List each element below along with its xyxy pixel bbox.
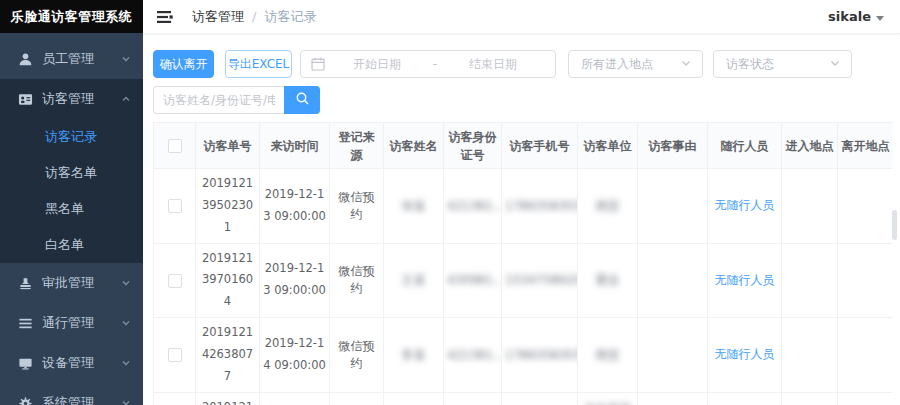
status-filter-select[interactable]: 访客状态 [713, 50, 852, 78]
chevron-down-icon [121, 318, 131, 328]
table-row: 201912139701604 2019-12-13 09:00:00 微信预约… [154, 243, 894, 318]
sidebar-item-approval[interactable]: 审批管理 [0, 263, 143, 303]
export-excel-button[interactable]: 导出EXCEL [225, 50, 292, 78]
row-checkbox[interactable] [168, 199, 182, 213]
user-menu[interactable]: sikale [828, 9, 884, 24]
leave-location [838, 169, 894, 244]
sidebar-item-device[interactable]: 设备管理 [0, 343, 143, 383]
sidebar-item-label: 审批管理 [42, 274, 121, 292]
breadcrumb-separator: / [252, 9, 256, 24]
breadcrumb-current: 访客记录 [264, 8, 316, 26]
sidebar-item-employee[interactable]: 员工管理 [0, 39, 143, 79]
visitor-company-blurred: 商贸 [596, 196, 620, 216]
sidebar-item-label: 通行管理 [42, 314, 121, 332]
enter-location [782, 243, 838, 318]
visitor-phone-blurred: 17863583038 [505, 196, 578, 216]
visitor-table: 访客单号 来访时间 登记来源 访客姓名 访客身份证号 访客手机号 访客单位 访客… [153, 122, 893, 405]
visitor-order-no: 201912142638077 [199, 322, 256, 388]
calendar-icon [311, 57, 325, 71]
chevron-up-icon [121, 94, 131, 104]
column-header: 来访时间 [260, 123, 330, 169]
visitor-idcard-blurred: 421381… [447, 345, 502, 365]
sidebar-item-visitor[interactable]: 访客管理 [0, 79, 143, 119]
visit-time: 2019-12-14 09:00:00 [263, 333, 326, 377]
visitor-order-no: 201912139701604 [199, 248, 256, 314]
visitor-company-blurred: 商贸 [596, 345, 620, 365]
chevron-down-icon [121, 54, 131, 64]
select-all-checkbox[interactable] [168, 139, 182, 153]
row-checkbox[interactable] [168, 348, 182, 362]
table-row: 201912139502301 2019-12-13 09:00:00 微信预约… [154, 169, 894, 244]
chevron-down-icon [121, 358, 131, 368]
row-checkbox[interactable] [168, 274, 182, 288]
menu-fold-icon[interactable] [156, 9, 174, 25]
column-header: 访客身份证号 [444, 123, 502, 169]
column-header: 访客姓名 [384, 123, 444, 169]
breadcrumb: 访客管理 / 访客记录 [192, 8, 316, 26]
chevron-down-icon [680, 57, 692, 72]
companions-link[interactable]: 无随行人员 [715, 198, 775, 212]
enter-location [782, 392, 838, 405]
column-header: 访客单号 [196, 123, 260, 169]
sidebar-item-label: 员工管理 [42, 50, 121, 68]
visitor-name-blurred: 王某 [402, 270, 426, 290]
confirm-leave-button[interactable]: 确认离开 [153, 50, 214, 78]
breadcrumb-parent[interactable]: 访客管理 [192, 8, 244, 26]
sidebar-item-blacklist[interactable]: 黑名单 [0, 191, 143, 227]
sidebar-group-visitor: 访客管理 访客记录 访客名单 黑名单 白名单 [0, 79, 143, 263]
visitor-order-no: 201912149434137 [199, 397, 256, 405]
visitor-name-blurred: 张某 [402, 196, 426, 216]
sidebar-item-whitelist[interactable]: 白名单 [0, 227, 143, 263]
sidebar-item-visitor-records[interactable]: 访客记录 [0, 119, 143, 155]
visitor-phone-blurred: 17863583038 [505, 345, 578, 365]
column-header: 随行人员 [708, 123, 782, 169]
visitor-company-blurred: 北京某某网络科技有限公司 [581, 399, 634, 405]
visit-reason [638, 243, 708, 318]
column-header: 访客单位 [578, 123, 638, 169]
end-date-placeholder[interactable]: 结束日期 [441, 56, 545, 73]
table-row: 201912142638077 2019-12-14 09:00:00 微信预约… [154, 318, 894, 393]
visitor-company-blurred: 置业 [596, 270, 620, 290]
search-button[interactable] [284, 86, 320, 114]
leave-location [838, 392, 894, 405]
gear-icon [18, 396, 33, 405]
column-header: 访客手机号 [502, 123, 578, 169]
register-source: 微信预约 [330, 243, 384, 318]
search-icon [295, 91, 310, 109]
enter-location [782, 318, 838, 393]
chevron-down-icon [121, 278, 131, 288]
chevron-down-icon [121, 398, 131, 405]
scrollbar-thumb[interactable] [892, 210, 897, 240]
start-date-placeholder[interactable]: 开始日期 [325, 56, 429, 73]
column-header: 离开地点 [838, 123, 894, 169]
visit-reason [638, 392, 708, 405]
monitor-icon [18, 356, 33, 371]
sidebar-item-access[interactable]: 通行管理 [0, 303, 143, 343]
companions-link[interactable]: 无随行人员 [715, 347, 775, 361]
user-icon [18, 52, 33, 67]
visit-reason [638, 169, 708, 244]
enter-location [782, 169, 838, 244]
sidebar: 乐脸通访客管理系统 员工管理 访客管理 访客记录 访客名单 黑名单 白名单 审批… [0, 0, 143, 405]
sidebar-item-system[interactable]: 系统管理 [0, 383, 143, 405]
visit-time: 2019-12-13 09:00:00 [263, 258, 326, 302]
caret-down-icon [876, 16, 884, 21]
chevron-down-icon [829, 57, 841, 72]
sidebar-item-label: 访客管理 [42, 90, 121, 108]
register-source: 微信预约 [330, 392, 384, 405]
date-range-picker[interactable]: 开始日期 - 结束日期 [300, 50, 556, 78]
status-filter-placeholder: 访客状态 [726, 56, 829, 73]
column-header: 访客事由 [638, 123, 708, 169]
location-filter-select[interactable]: 所有进入地点 [568, 50, 703, 78]
user-name: sikale [828, 9, 871, 24]
list-icon [18, 316, 33, 331]
column-header: 进入地点 [782, 123, 838, 169]
leave-location [838, 318, 894, 393]
top-bar: 访客管理 / 访客记录 sikale [143, 0, 900, 34]
visit-reason [638, 318, 708, 393]
visitor-idcard-blurred: 430981… [447, 270, 502, 290]
search-input[interactable] [153, 86, 284, 114]
sidebar-item-visitor-list[interactable]: 访客名单 [0, 155, 143, 191]
companions-link[interactable]: 无随行人员 [715, 273, 775, 287]
select-all-cell [154, 123, 196, 169]
